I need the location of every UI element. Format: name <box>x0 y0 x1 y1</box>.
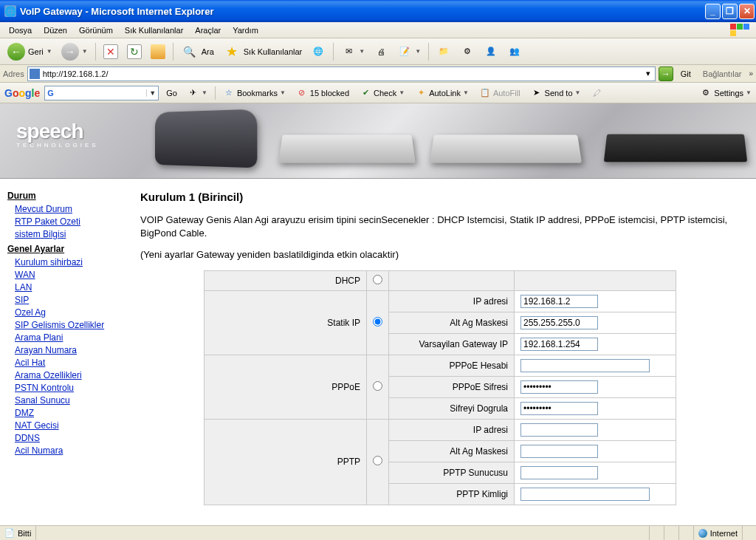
pppoe-confirm-input[interactable] <box>520 402 598 415</box>
google-airplane-button[interactable]: ✈▼ <box>185 87 210 99</box>
messenger-button[interactable]: 👤 <box>481 43 501 61</box>
history-icon: 🌐 <box>311 44 326 59</box>
pppoe-label: PPPoE <box>205 355 367 419</box>
autofill-icon: 📋 <box>479 87 491 99</box>
nav-arama-plani[interactable]: Arama Plani <box>15 332 123 343</box>
google-go-button[interactable]: Go <box>163 89 180 98</box>
dhcp-radio[interactable] <box>373 275 382 284</box>
nav-acil-hat[interactable]: Acil Hat <box>15 358 123 368</box>
messenger-icon: 👤 <box>484 44 498 59</box>
google-logo[interactable]: Google <box>4 87 40 99</box>
stop-icon: ✕ <box>103 44 118 59</box>
google-search-input[interactable]: G ▼ <box>44 86 159 100</box>
close-button[interactable]: ✕ <box>739 4 755 19</box>
print-button[interactable]: 🖨 <box>371 43 391 61</box>
pptp-radio[interactable] <box>373 456 382 465</box>
window-title: VoIP Gateway - Microsoft Internet Explor… <box>20 6 705 17</box>
search-button[interactable]: 🔍 Ara <box>178 41 217 62</box>
pptp-id-input[interactable] <box>520 488 650 501</box>
discuss-button[interactable]: 📁 <box>433 43 454 61</box>
nav-pstn-kontrolu[interactable]: PSTN Kontrolu <box>15 383 123 393</box>
nav-kurulum-sihirbazi[interactable]: Kurulum sihirbazi <box>15 257 123 267</box>
menu-araclar[interactable]: Araçlar <box>189 24 227 36</box>
nav-mevcut-durum[interactable]: Mevcut Durum <box>15 204 123 214</box>
address-label: Adres <box>3 69 24 78</box>
menu-dosya[interactable]: Dosya <box>3 24 38 36</box>
nav-arama-ozellikleri[interactable]: Arama Ozellikleri <box>15 370 123 380</box>
pppoe-confirm-label: Sifreyi Dogrula <box>389 397 515 419</box>
nav-lan[interactable]: LAN <box>15 282 123 293</box>
static-ip-label: IP adresi <box>389 290 515 312</box>
discuss-icon: 📁 <box>436 44 451 59</box>
go-button[interactable]: → <box>659 66 673 81</box>
check-button[interactable]: ✔Check▼ <box>357 87 408 99</box>
highlight-button[interactable]: 🖍 <box>588 87 605 99</box>
favorites-button[interactable]: ★ Sık Kullanılanlar <box>220 41 306 62</box>
section-durum: Durum <box>7 191 123 201</box>
refresh-button[interactable]: ↻ <box>124 43 145 61</box>
pptp-ip-input[interactable] <box>520 423 598 437</box>
research-button[interactable]: ⚙ <box>457 43 478 61</box>
nav-sip[interactable]: SIP <box>15 295 123 305</box>
nav-sistem-bilgisi[interactable]: sistem Bilgisi <box>15 229 123 239</box>
pppoe-pass-input[interactable] <box>520 380 598 394</box>
autofill-button[interactable]: 📋AutoFill <box>476 87 523 99</box>
header-banner: speech TECHNOLOGIES <box>0 103 756 179</box>
menu-yardim[interactable]: Yardım <box>227 24 264 36</box>
nav-sanal-sunucu[interactable]: Sanal Sunucu <box>15 395 123 406</box>
refresh-icon: ↻ <box>127 44 142 59</box>
app-icon: 🌐 <box>4 5 16 17</box>
home-icon <box>151 44 165 59</box>
back-arrow-icon: ← <box>7 43 25 61</box>
sendto-button[interactable]: ➤Send to▼ <box>528 87 584 99</box>
address-input-wrap[interactable]: ▾ <box>27 66 656 81</box>
nav-acil-numara[interactable]: Acil Numara <box>15 445 123 456</box>
popup-blocker-button[interactable]: ⊘15 blocked <box>293 87 352 99</box>
static-gw-input[interactable] <box>520 338 598 351</box>
nav-sip-gelismis[interactable]: SIP Gelismis Ozellikler <box>15 320 123 330</box>
menu-gorunum[interactable]: Görünüm <box>73 24 119 36</box>
edit-button[interactable]: 📝▼ <box>394 43 424 61</box>
pppoe-account-label: PPPoE Hesabi <box>389 355 515 376</box>
nav-nat-gecisi[interactable]: NAT Gecisi <box>15 420 123 431</box>
status-done: 📄Bitti <box>0 526 36 540</box>
device-image-1 <box>155 109 257 168</box>
address-dropdown-icon[interactable]: ▾ <box>643 69 653 78</box>
nav-dmz[interactable]: DMZ <box>15 408 123 418</box>
history-button[interactable]: 🌐 <box>308 43 329 61</box>
menu-sik[interactable]: Sık Kullanılanlar <box>119 24 190 36</box>
links-label[interactable]: Bağlantılar <box>698 69 746 78</box>
search-dropdown-icon[interactable]: ▼ <box>146 89 158 97</box>
stop-button[interactable]: ✕ <box>100 43 121 61</box>
device-image-3 <box>430 135 582 163</box>
minimize-button[interactable]: _ <box>705 4 721 19</box>
static-ip-input[interactable] <box>520 295 598 308</box>
pppoe-account-input[interactable] <box>520 359 650 372</box>
menu-duzen[interactable]: Düzen <box>38 24 73 36</box>
static-radio[interactable] <box>373 317 382 327</box>
nav-wan[interactable]: WAN <box>15 270 123 280</box>
chevron-right-icon[interactable]: » <box>749 69 753 78</box>
home-button[interactable] <box>148 43 168 61</box>
autolink-button[interactable]: ✦AutoLink▼ <box>412 87 472 99</box>
people-button[interactable]: 👥 <box>504 43 525 61</box>
nav-ozel-ag[interactable]: Ozel Ag <box>15 307 123 318</box>
static-mask-input[interactable] <box>520 316 598 329</box>
pppoe-pass-label: PPPoE Sifresi <box>389 376 515 397</box>
nav-arayan-numara[interactable]: Arayan Numara <box>15 345 123 355</box>
pppoe-radio[interactable] <box>373 381 382 391</box>
pptp-server-input[interactable] <box>520 466 598 479</box>
back-button[interactable]: ← Geri ▼ <box>4 41 55 62</box>
url-input[interactable] <box>43 69 643 78</box>
nav-ddns[interactable]: DDNS <box>15 433 123 443</box>
search-icon: 🔍 <box>181 43 199 61</box>
nav-rtp-paket[interactable]: RTP Paket Ozeti <box>15 216 123 227</box>
edit-icon: 📝 <box>397 44 412 59</box>
forward-button[interactable]: → ▼ <box>58 41 91 62</box>
google-settings-button[interactable]: ⚙ Settings▼ <box>700 87 752 99</box>
print-icon: 🖨 <box>374 44 388 59</box>
mail-button[interactable]: ✉▼ <box>338 43 368 61</box>
pptp-mask-input[interactable] <box>520 445 598 458</box>
bookmarks-button[interactable]: ☆Bookmarks▼ <box>220 87 289 99</box>
maximize-button[interactable]: ❐ <box>722 4 738 19</box>
